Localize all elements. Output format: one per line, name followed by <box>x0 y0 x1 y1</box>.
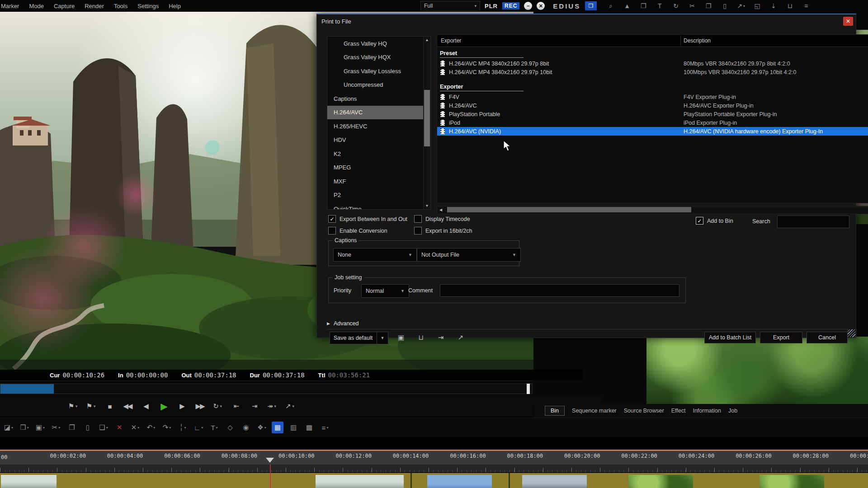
table-row[interactable]: iPod iPod Exporter Plug-in <box>437 118 868 127</box>
menu-item[interactable]: Settings <box>137 3 159 9</box>
timeline-tool-icon[interactable]: ◪▾ <box>3 422 14 433</box>
toolbar-icon[interactable]: ↗▾ <box>736 2 746 9</box>
timeline-tool-icon[interactable]: ✕▾ <box>113 422 125 433</box>
scroll-up-icon[interactable]: ▲ <box>424 37 430 43</box>
scrub-end-marker[interactable] <box>527 384 530 394</box>
player-scrub-bar[interactable] <box>0 380 533 397</box>
transport-button[interactable]: ⇤▼ <box>231 402 241 410</box>
timeline-tool-icon[interactable]: ▯▾ <box>82 422 94 433</box>
timeline-tool-icon[interactable]: ▩▾ <box>303 422 315 433</box>
priority-dropdown[interactable]: Normal ▼ <box>361 284 409 298</box>
category-item[interactable]: Uncompressed <box>327 78 424 92</box>
timeline-tool-icon[interactable]: ≡▾ <box>319 422 331 433</box>
timeline-tool-icon[interactable]: ↶▾ <box>145 422 157 433</box>
scroll-down-icon[interactable]: ▼ <box>424 202 430 209</box>
timeline-tool-icon[interactable]: ↷▾ <box>161 422 173 433</box>
table-hscrollbar[interactable]: ◀ ▶ <box>437 206 868 214</box>
menu-item[interactable]: Help <box>169 3 181 9</box>
column-separator[interactable] <box>680 36 681 46</box>
toolbar-icon[interactable]: ❐▾ <box>703 2 713 9</box>
timeline-tool-icon[interactable]: ❖▾ <box>256 422 268 433</box>
preview-zoom-select[interactable]: Full ▾ <box>420 1 480 11</box>
toolbar-icon[interactable]: T▾ <box>655 2 665 9</box>
timeline-tool-icon[interactable]: ❑▾ <box>98 422 109 433</box>
bin-tab[interactable]: Job <box>728 408 737 414</box>
transport-button[interactable]: ■▼ <box>104 403 115 410</box>
timeline-ruler[interactable]: 00 00:00:02:0000:00:04:0000:00:06:0000:0… <box>0 450 868 466</box>
save-as-default-button[interactable]: Save as default ▼ <box>330 332 388 344</box>
scroll-left-icon[interactable]: ◀ <box>437 206 444 213</box>
bin-tab[interactable]: Information <box>693 408 721 414</box>
bin-tab[interactable]: Sequence marker <box>572 408 617 414</box>
enable-conversion-checkbox[interactable] <box>328 227 336 235</box>
category-item[interactable]: MXF <box>327 174 424 188</box>
timeline-clip[interactable] <box>0 473 410 488</box>
toolbar-icon[interactable]: ❒▾ <box>638 2 648 9</box>
timeline-tool-icon[interactable]: ▦▾ <box>272 422 283 433</box>
transport-button[interactable]: ▶▶▼ <box>194 402 205 410</box>
captions-output-dropdown[interactable]: Not Output File ▼ <box>417 248 521 262</box>
bin-tab[interactable]: Bin <box>545 406 565 416</box>
timeline-tool-icon[interactable]: T▾ <box>208 422 220 433</box>
captions-type-dropdown[interactable]: None ▼ <box>333 248 417 262</box>
close-button[interactable]: ✕ <box>843 17 853 26</box>
pause-circle-icon[interactable]: − <box>524 2 532 10</box>
playhead-handle[interactable] <box>266 458 274 463</box>
scrub-track[interactable] <box>0 384 533 394</box>
timeline-tool-icon[interactable]: ╎▾ <box>177 422 189 433</box>
menu-item[interactable]: Render <box>85 3 104 9</box>
transport-button[interactable]: ◀▼ <box>140 402 151 410</box>
table-row[interactable]: H.264/AVC MP4 3840x2160 29.97p 8bit 80Mb… <box>437 59 868 68</box>
enable-conversion-option[interactable]: Enable Conversion <box>328 227 387 235</box>
table-row[interactable]: H.264/AVC MP4 3840x2160 29.97p 10bit 100… <box>437 68 868 76</box>
category-item[interactable]: HDV <box>327 133 424 147</box>
toolbar-icon[interactable]: ✂▾ <box>687 2 697 9</box>
bin-tab[interactable]: Source Browser <box>624 408 664 414</box>
timeline-clip[interactable] <box>412 473 509 488</box>
export-16bit-option[interactable]: Export in 16bit/2ch <box>414 227 472 235</box>
toolbar-icon[interactable]: ⌕▾ <box>606 2 616 10</box>
display-timecode-option[interactable]: Display Timecode <box>414 215 470 223</box>
timeline-clip[interactable] <box>510 473 868 488</box>
export-between-option[interactable]: ✓ Export Between In and Out <box>328 215 407 223</box>
category-item[interactable]: H.265/HEVC <box>327 119 424 133</box>
timeline-tool-icon[interactable]: ∟▾ <box>193 422 204 433</box>
table-row[interactable]: F4V F4V Exporter Plug-in <box>437 93 868 101</box>
table-row[interactable]: PlayStation Portable PlayStation Portabl… <box>437 110 868 118</box>
display-timecode-checkbox[interactable] <box>414 215 422 223</box>
table-row[interactable]: H.264/AVC H.264/AVC Exporter Plug-in <box>437 101 868 110</box>
stop-circle-icon[interactable]: ✕ <box>537 2 545 10</box>
export-16bit-checkbox[interactable] <box>414 227 422 235</box>
category-item[interactable]: P2 <box>327 188 424 202</box>
category-item[interactable]: Captions <box>327 92 424 106</box>
transport-button[interactable]: ⇥▼ <box>249 402 259 410</box>
add-to-batch-button[interactable]: Add to Batch List <box>704 332 756 343</box>
toolbar-icon[interactable]: ◱▾ <box>752 2 762 9</box>
export-button[interactable]: Export <box>760 332 802 343</box>
preset-icon-button[interactable]: ↗ <box>454 332 467 343</box>
bin-tab[interactable]: Effect <box>671 408 686 414</box>
playhead-line[interactable] <box>270 465 271 488</box>
category-scrollbar[interactable]: ▲ ▼ <box>423 37 430 209</box>
bin-folder-button[interactable]: ❒ <box>585 1 597 10</box>
preset-icon-button[interactable]: ⊔ <box>415 332 427 343</box>
hscrollbar-thumb[interactable] <box>447 207 691 212</box>
timeline-tool-icon[interactable]: ◉▾ <box>240 422 252 433</box>
timeline-tool-icon[interactable]: ▥▾ <box>288 422 299 433</box>
search-input[interactable] <box>777 216 849 228</box>
timeline-tool-icon[interactable]: ▣▾ <box>34 422 46 433</box>
menu-item[interactable]: Marker <box>1 3 19 9</box>
transport-button[interactable]: ⚑▼ <box>86 402 97 410</box>
cancel-button[interactable]: Cancel <box>807 332 848 343</box>
timeline-tool-icon[interactable]: ✂▾ <box>50 422 62 433</box>
menu-item[interactable]: Capture <box>54 3 75 9</box>
chevron-down-icon[interactable]: ▼ <box>377 332 388 344</box>
transport-button[interactable]: ▶▼ <box>176 402 187 410</box>
timeline-tick-strip[interactable] <box>0 465 868 472</box>
menu-item[interactable]: Tools <box>114 3 127 9</box>
toolbar-icon[interactable]: ↻▾ <box>671 2 681 9</box>
scrollbar-thumb[interactable] <box>424 90 430 146</box>
preset-icon-button[interactable]: ▣ <box>395 332 407 343</box>
toolbar-icon[interactable]: ⇣▾ <box>769 2 778 9</box>
toolbar-icon[interactable]: ▯▾ <box>720 2 730 9</box>
